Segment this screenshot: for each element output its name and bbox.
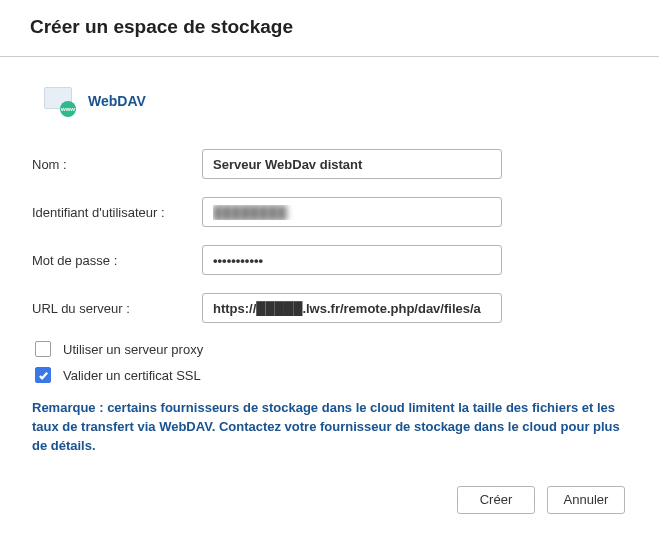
row-password: Mot de passe : (32, 245, 627, 275)
provider-name: WebDAV (88, 93, 146, 109)
create-button[interactable]: Créer (457, 486, 535, 514)
dialog-body: www WebDAV Nom : Identifiant d'utilisate… (0, 57, 659, 534)
url-label: URL du serveur : (32, 301, 202, 316)
proxy-checkbox[interactable] (35, 341, 51, 357)
row-url: URL du serveur : (32, 293, 627, 323)
password-input[interactable] (202, 245, 502, 275)
row-user: Identifiant d'utilisateur : (32, 197, 627, 227)
name-label: Nom : (32, 157, 202, 172)
ssl-checkbox-row: Valider un certificat SSL (35, 367, 627, 383)
user-input[interactable] (202, 197, 502, 227)
provider-row: www WebDAV (32, 85, 627, 117)
dialog-title: Créer un espace de stockage (30, 16, 629, 38)
password-label: Mot de passe : (32, 253, 202, 268)
url-input[interactable] (202, 293, 502, 323)
webdav-icon: www (44, 85, 76, 117)
user-label: Identifiant d'utilisateur : (32, 205, 202, 220)
name-input[interactable] (202, 149, 502, 179)
note-text: Remarque : certains fournisseurs de stoc… (32, 399, 627, 456)
ssl-checkbox[interactable] (35, 367, 51, 383)
dialog-header: Créer un espace de stockage (0, 0, 659, 57)
proxy-checkbox-row: Utiliser un serveur proxy (35, 341, 627, 357)
action-bar: Créer Annuler (32, 486, 627, 514)
row-name: Nom : (32, 149, 627, 179)
proxy-checkbox-label: Utiliser un serveur proxy (63, 342, 203, 357)
ssl-checkbox-label: Valider un certificat SSL (63, 368, 201, 383)
cancel-button[interactable]: Annuler (547, 486, 625, 514)
